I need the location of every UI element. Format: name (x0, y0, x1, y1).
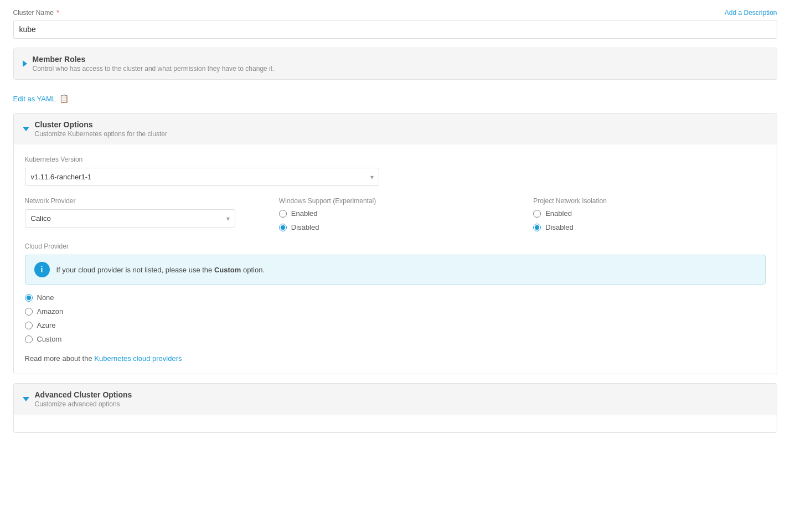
pni-enabled-option[interactable]: Enabled (533, 209, 765, 218)
windows-support-label: Windows Support (Experimental) (279, 197, 511, 205)
windows-enabled-text: Enabled (291, 209, 318, 218)
pni-enabled-text: Enabled (545, 209, 572, 218)
cluster-name-label: Cluster Name * (13, 9, 59, 17)
windows-disabled-text: Disabled (291, 223, 319, 231)
cloud-azure-text: Azure (37, 321, 56, 329)
cloud-none-option[interactable]: None (25, 293, 766, 302)
cluster-name-header: Cluster Name * Add a Description (13, 9, 777, 17)
member-roles-header[interactable]: Member Roles Control who has access to t… (14, 48, 777, 79)
cluster-options-title: Cluster Options (35, 120, 167, 129)
network-provider-label: Network Provider (25, 197, 257, 205)
windows-enabled-radio[interactable] (279, 210, 287, 218)
member-roles-section: Member Roles Control who has access to t… (13, 48, 777, 80)
advanced-cluster-options-section: Advanced Cluster Options Customize advan… (13, 383, 777, 433)
advanced-options-subtitle: Customize advanced options (35, 400, 132, 408)
cloud-none-radio[interactable] (25, 294, 33, 302)
cluster-options-content: Kubernetes Version v1.11.6-rancher1-1 v1… (14, 144, 777, 374)
pni-disabled-radio[interactable] (533, 224, 541, 231)
kubernetes-version-group: Kubernetes Version v1.11.6-rancher1-1 v1… (25, 156, 766, 186)
kubernetes-version-select[interactable]: v1.11.6-rancher1-1 v1.12.4-rancher1-1 v1… (25, 168, 379, 186)
read-more-section: Read more about the Kubernetes cloud pro… (25, 354, 766, 363)
project-network-isolation-label: Project Network Isolation (533, 197, 765, 205)
windows-enabled-option[interactable]: Enabled (279, 209, 511, 218)
pni-enabled-radio[interactable] (533, 210, 541, 218)
cloud-custom-text: Custom (37, 335, 62, 343)
cloud-custom-option[interactable]: Custom (25, 335, 766, 343)
info-icon: i (34, 262, 50, 277)
cloud-azure-radio[interactable] (25, 322, 33, 329)
kubernetes-version-label: Kubernetes Version (25, 156, 766, 163)
page-container: Cluster Name * Add a Description Member … (13, 9, 777, 433)
yaml-link-text: Edit as YAML (13, 95, 56, 103)
cloud-provider-radio-group: None Amazon Azure Custom (25, 293, 766, 343)
cloud-provider-label: Cloud Provider (25, 242, 766, 250)
read-more-static-text: Read more about the (25, 354, 92, 363)
cluster-options-title-block: Cluster Options Customize Kubernetes opt… (35, 120, 167, 138)
advanced-options-collapse-arrow (23, 397, 29, 401)
advanced-options-title-block: Advanced Cluster Options Customize advan… (35, 390, 132, 408)
cloud-amazon-text: Amazon (37, 307, 64, 316)
cluster-options-section: Cluster Options Customize Kubernetes opt… (13, 113, 777, 374)
edit-as-yaml-link[interactable]: Edit as YAML 📋 (13, 94, 69, 103)
member-roles-title: Member Roles (33, 55, 275, 64)
cloud-provider-info-bold: Custom (214, 266, 241, 274)
project-network-isolation-group: Project Network Isolation Enabled Disabl… (533, 197, 765, 231)
advanced-cluster-options-content (14, 415, 777, 432)
yaml-link-section: Edit as YAML 📋 (13, 89, 777, 109)
cloud-custom-radio[interactable] (25, 335, 33, 343)
cluster-options-header[interactable]: Cluster Options Customize Kubernetes opt… (14, 113, 777, 144)
windows-disabled-radio[interactable] (279, 224, 287, 231)
member-roles-subtitle: Control who has access to the cluster an… (33, 65, 275, 73)
cluster-name-section: Cluster Name * Add a Description (13, 9, 777, 39)
cloud-azure-option[interactable]: Azure (25, 321, 766, 329)
network-provider-select[interactable]: Calico Canal Flannel Weave (25, 209, 235, 228)
cloud-provider-info-text: If your cloud provider is not listed, pl… (56, 266, 265, 274)
cloud-amazon-option[interactable]: Amazon (25, 307, 766, 316)
cloud-provider-info-banner: i If your cloud provider is not listed, … (25, 255, 766, 285)
advanced-cluster-options-header[interactable]: Advanced Cluster Options Customize advan… (14, 384, 777, 415)
network-provider-group: Network Provider Calico Canal Flannel We… (25, 197, 257, 228)
project-network-radio-group: Enabled Disabled (533, 209, 765, 231)
network-provider-select-wrapper: Calico Canal Flannel Weave ▾ (25, 209, 235, 228)
required-indicator: * (55, 9, 59, 17)
pni-disabled-option[interactable]: Disabled (533, 223, 765, 231)
pni-disabled-text: Disabled (545, 223, 574, 231)
advanced-options-title: Advanced Cluster Options (35, 390, 132, 399)
kubernetes-cloud-providers-link[interactable]: Kubernetes cloud providers (94, 354, 182, 363)
cloud-amazon-radio[interactable] (25, 308, 33, 316)
windows-support-group: Windows Support (Experimental) Enabled D… (279, 197, 511, 231)
windows-support-radio-group: Enabled Disabled (279, 209, 511, 231)
copy-icon: 📋 (59, 94, 69, 103)
cloud-none-text: None (37, 293, 54, 302)
member-roles-title-block: Member Roles Control who has access to t… (33, 55, 275, 73)
cluster-options-subtitle: Customize Kubernetes options for the clu… (35, 130, 167, 138)
member-roles-collapse-arrow (23, 60, 27, 67)
windows-disabled-option[interactable]: Disabled (279, 223, 511, 231)
cloud-provider-section: Cloud Provider i If your cloud provider … (25, 242, 766, 363)
kubernetes-version-select-wrapper: v1.11.6-rancher1-1 v1.12.4-rancher1-1 v1… (25, 168, 379, 186)
cluster-options-collapse-arrow (23, 127, 29, 131)
add-description-link[interactable]: Add a Description (725, 9, 777, 17)
cluster-name-input[interactable] (13, 20, 777, 39)
network-row: Network Provider Calico Canal Flannel We… (25, 197, 766, 231)
